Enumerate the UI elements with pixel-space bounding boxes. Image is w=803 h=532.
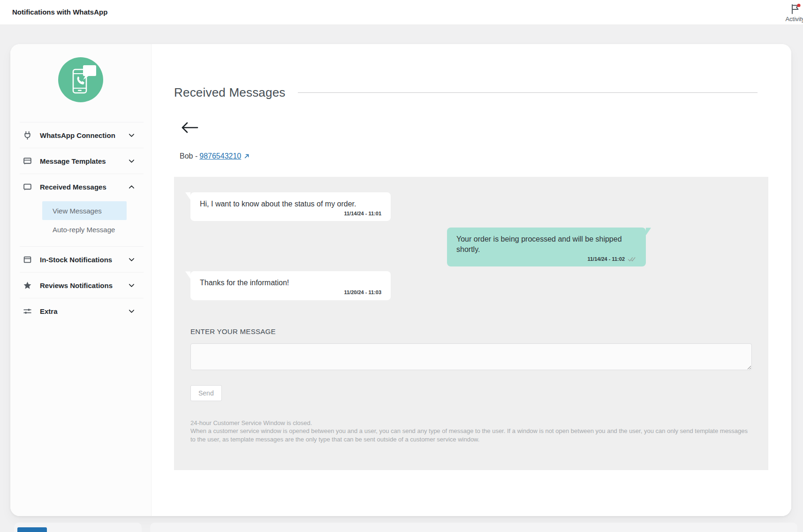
- plug-icon: [23, 130, 32, 140]
- message-input[interactable]: [190, 343, 752, 370]
- top-bar: Notifications with WhatsApp Activity: [0, 0, 803, 24]
- message-text: Thanks for the information!: [200, 278, 381, 288]
- submenu-item-label: View Messages: [53, 207, 102, 215]
- chevron-down-icon: [128, 308, 135, 315]
- star-icon: [23, 281, 32, 290]
- back-button[interactable]: [180, 120, 202, 135]
- sidebar-item-label: In-Stock Notifications: [40, 256, 112, 264]
- service-window-status: 24-hour Customer Service Window is close…: [190, 419, 752, 427]
- sidebar: WhatsApp Connection Message Templates: [10, 44, 152, 516]
- back-arrow-icon: [180, 122, 199, 134]
- sidebar-item-label: WhatsApp Connection: [40, 131, 115, 139]
- sidebar-subitem-view-messages[interactable]: View Messages: [42, 201, 127, 220]
- page-title: Received Messages: [174, 85, 286, 100]
- double-check-icon: [628, 257, 636, 262]
- sliders-icon: [23, 306, 32, 316]
- main-panel: Received Messages Bob - 9876543210: [152, 44, 791, 516]
- sidebar-item-in-stock-notifications[interactable]: In-Stock Notifications: [10, 247, 151, 272]
- sidebar-item-label: Reviews Notifications: [40, 281, 113, 289]
- box-icon: [23, 255, 32, 264]
- app-title: Notifications with WhatsApp: [12, 0, 107, 24]
- service-window-description: When a customer service window is opened…: [190, 427, 752, 443]
- sidebar-item-received-messages[interactable]: Received Messages: [10, 174, 151, 199]
- bubble-tail: [185, 192, 190, 200]
- flag-notification-icon: [789, 3, 801, 15]
- submenu-item-label: Auto-reply Message: [53, 226, 115, 234]
- received-messages-submenu: View Messages Auto-reply Message: [10, 199, 151, 246]
- service-window-note: 24-hour Customer Service Window is close…: [190, 419, 752, 444]
- sidebar-item-label: Extra: [40, 307, 58, 315]
- contact-phone-link[interactable]: 9876543210: [199, 152, 241, 160]
- chevron-down-icon: [128, 256, 135, 263]
- composer-label: ENTER YOUR MESSAGE: [190, 327, 752, 335]
- message-bubble-incoming: Thanks for the information! 11/20/24 - 1…: [190, 271, 391, 300]
- bubble-tail: [646, 228, 651, 235]
- message-timestamp: 11/14/24 - 11:01: [344, 210, 381, 217]
- chevron-down-icon: [128, 132, 135, 139]
- heading-rule: [298, 92, 758, 93]
- contact-name: Bob -: [180, 152, 197, 160]
- message-bubble-incoming: Hi, I want to know about the status of m…: [190, 192, 391, 221]
- message-text: Your order is being processed and will b…: [456, 234, 636, 254]
- external-link-icon: [244, 153, 250, 159]
- activity-label: Activity: [785, 15, 803, 23]
- chat-panel: Hi, I want to know about the status of m…: [174, 177, 768, 470]
- sidebar-item-label: Message Templates: [40, 157, 106, 165]
- message-text: Hi, I want to know about the status of m…: [200, 199, 381, 209]
- blue-button-peek[interactable]: [17, 527, 47, 532]
- settings-card: WhatsApp Connection Message Templates: [10, 44, 791, 516]
- send-button[interactable]: Send: [190, 385, 222, 401]
- bubble-tail: [185, 271, 190, 279]
- chat-bubble-icon: [23, 182, 32, 191]
- sidebar-item-reviews-notifications[interactable]: Reviews Notifications: [10, 273, 151, 298]
- chevron-down-icon: [128, 282, 135, 289]
- sidebar-item-extra[interactable]: Extra: [10, 298, 151, 324]
- whatsapp-phone-chat-logo: [57, 56, 104, 103]
- sidebar-item-whatsapp-connection[interactable]: WhatsApp Connection: [10, 122, 151, 148]
- message-timestamp: 11/14/24 - 11:02: [587, 256, 625, 263]
- message-bubble-outgoing: Your order is being processed and will b…: [447, 228, 646, 266]
- activity-widget[interactable]: Activity: [778, 3, 803, 23]
- conversation-contact: Bob - 9876543210: [180, 152, 250, 160]
- chevron-down-icon: [128, 158, 135, 165]
- sidebar-subitem-auto-reply-message[interactable]: Auto-reply Message: [42, 220, 127, 239]
- message-timestamp: 11/20/24 - 11:03: [344, 289, 381, 296]
- sidebar-menu: WhatsApp Connection Message Templates: [10, 122, 151, 324]
- sidebar-item-label: Received Messages: [40, 183, 106, 191]
- template-icon: [23, 156, 32, 166]
- chevron-up-icon: [128, 183, 135, 190]
- sidebar-item-message-templates[interactable]: Message Templates: [10, 148, 151, 174]
- next-section-right-peek: [150, 523, 797, 532]
